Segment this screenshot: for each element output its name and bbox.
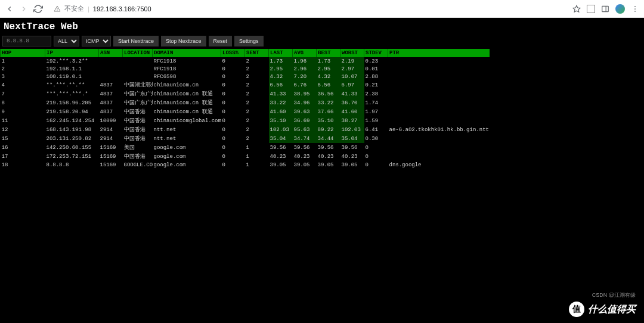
cell-ip: 142.250.60.155: [45, 143, 99, 152]
app-title: NextTrace Web: [0, 18, 644, 35]
cell-loss: 0: [221, 125, 245, 134]
cell-stdev: 1.59: [364, 116, 388, 125]
target-ip-input[interactable]: [2, 36, 51, 46]
cell-best: 34.44: [317, 134, 340, 143]
col-header: HOP: [1, 49, 45, 57]
col-header: PTR: [388, 49, 490, 57]
cell-avg: 6.76: [293, 80, 317, 89]
cell-sent: 2: [245, 65, 269, 73]
cell-best: 1.73: [317, 57, 340, 65]
cell-dom: google.com: [153, 143, 221, 152]
settings-button[interactable]: Settings: [234, 36, 264, 46]
table-row: 3100.119.0.1RFC6598024.327.204.3210.072.…: [1, 73, 490, 80]
cell-worst: 102.03: [340, 125, 364, 134]
panel-icon[interactable]: [601, 5, 609, 13]
cell-ip: 192.***.3.2**: [45, 57, 99, 65]
reload-button[interactable]: [33, 4, 43, 14]
cell-loc: [123, 73, 153, 80]
star-icon[interactable]: [572, 5, 581, 13]
cell-loss: 0: [221, 161, 245, 169]
stop-button[interactable]: Stop Nexttrace: [161, 36, 206, 46]
cell-loc: 中国香港: [123, 152, 153, 161]
table-row: 2192.168.1.1RFC1918022.952.962.952.970.0…: [1, 65, 490, 73]
cell-last: 35.04: [269, 134, 293, 143]
cell-asn: 4837: [99, 89, 123, 98]
col-header: LOCATION: [123, 49, 153, 57]
menu-icon[interactable]: [631, 5, 639, 13]
cell-ptr: [388, 80, 490, 89]
cell-avg: 39.05: [293, 161, 317, 169]
cell-last: 41.33: [269, 89, 293, 98]
cell-avg: 7.20: [293, 73, 317, 80]
cell-best: 37.66: [317, 107, 340, 116]
cell-loc: [123, 57, 153, 65]
cell-ptr: [388, 134, 490, 143]
cell-dom: RFC1918: [153, 57, 221, 65]
cell-sent: 1: [245, 161, 269, 169]
cell-stdev: 1.74: [364, 98, 388, 107]
cell-ptr: [388, 98, 490, 107]
cell-hop: 7: [1, 89, 45, 98]
cell-dom: chinaunicom.cn: [153, 80, 221, 89]
cell-ip: ***.***.***.*: [45, 89, 99, 98]
cell-avg: 2.96: [293, 65, 317, 73]
select-mode[interactable]: ALL: [54, 36, 79, 46]
cell-hop: 17: [1, 152, 45, 161]
svg-point-1: [57, 10, 58, 10]
cell-stdev: 2.38: [364, 89, 388, 98]
cell-asn: 4837: [99, 107, 123, 116]
cell-dom: RFC6598: [153, 73, 221, 80]
cell-sent: 2: [245, 80, 269, 89]
back-button[interactable]: [5, 4, 14, 14]
cell-stdev: 0.30: [364, 134, 388, 143]
insecure-icon: [54, 5, 61, 13]
cell-stdev: 0: [364, 143, 388, 152]
cell-dom: RFC1918: [153, 65, 221, 73]
cell-worst: 41.60: [340, 107, 364, 116]
cell-dom: ntt.net: [153, 134, 221, 143]
forward-button[interactable]: [19, 4, 29, 14]
start-button[interactable]: Start Nexttrace: [113, 36, 159, 46]
cell-stdev: 0: [364, 152, 388, 161]
cell-dom: google.com: [153, 161, 221, 169]
cell-stdev: 1.97: [364, 107, 388, 116]
table-row: 15203.131.250.822914中国香港ntt.net0235.0434…: [1, 134, 490, 143]
cell-worst: 6.97: [340, 80, 364, 89]
reset-button[interactable]: Reset: [209, 36, 233, 46]
cell-best: 35.10: [317, 116, 340, 125]
select-protocol[interactable]: ICMP: [82, 36, 111, 46]
trace-table: HOPIPASNLOCATIONDOMAINLOSS%SENTLASTAVGBE…: [0, 49, 490, 169]
cell-loss: 0: [221, 143, 245, 152]
cell-last: 39.56: [269, 143, 293, 152]
cell-ptr: [388, 73, 490, 80]
address-bar[interactable]: 不安全 | 192.168.3.166:7500: [54, 4, 151, 13]
cell-best: 2.95: [317, 65, 340, 73]
extension-icon[interactable]: [587, 5, 595, 13]
table-row: 7***.***.***.*4837中国广东广州chinaunicom.cn 联…: [1, 89, 490, 98]
cell-sent: 2: [245, 125, 269, 134]
cell-avg: 38.95: [293, 89, 317, 98]
cell-last: 39.05: [269, 161, 293, 169]
cell-ip: 100.119.0.1: [45, 73, 99, 80]
insecure-label: 不安全: [64, 4, 84, 13]
cell-asn: 4837: [99, 80, 123, 89]
browser-toolbar: 不安全 | 192.168.3.166:7500: [0, 0, 644, 18]
cell-ptr: [388, 89, 490, 98]
col-header: DOMAIN: [153, 49, 221, 57]
cell-loss: 0: [221, 57, 245, 65]
cell-ptr: dns.google: [388, 161, 490, 169]
cell-ptr: [388, 107, 490, 116]
profile-avatar[interactable]: [615, 4, 625, 14]
cell-worst: 38.27: [340, 116, 364, 125]
table-row: 12168.143.191.982914中国香港ntt.net02102.039…: [1, 125, 490, 134]
table-row: 8219.158.96.2054837中国广东广州chinaunicom.cn …: [1, 98, 490, 107]
col-header: ASN: [99, 49, 123, 57]
cell-hop: 18: [1, 161, 45, 169]
cell-dom: chinaunicomglobal.com 联通: [153, 116, 221, 125]
cell-sent: 2: [245, 89, 269, 98]
cell-best: 40.23: [317, 152, 340, 161]
cell-loc: 中国湖北鄂州: [123, 80, 153, 89]
cell-best: 89.22: [317, 125, 340, 134]
svg-point-7: [634, 11, 636, 12]
cell-worst: 35.04: [340, 134, 364, 143]
